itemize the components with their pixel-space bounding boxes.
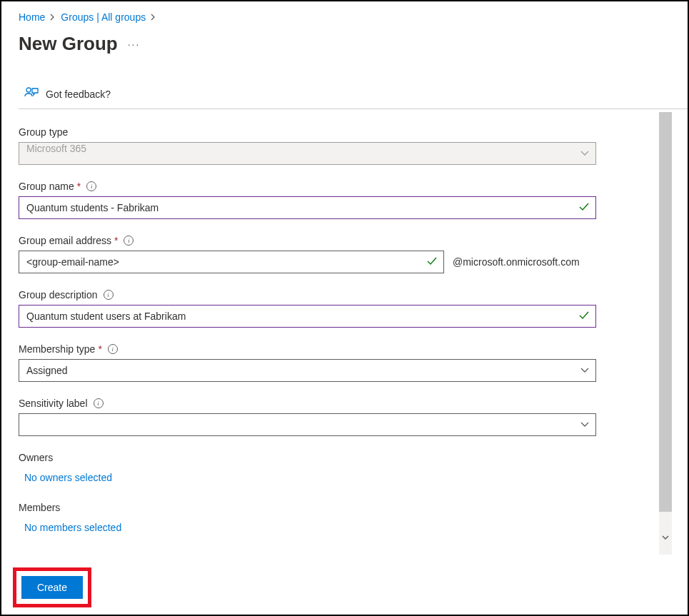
info-icon[interactable]: i xyxy=(104,290,114,300)
info-icon[interactable]: i xyxy=(86,181,96,191)
group-email-input[interactable] xyxy=(19,251,444,273)
breadcrumb-home[interactable]: Home xyxy=(19,11,45,23)
members-label: Members xyxy=(19,502,596,513)
group-name-label: Group name xyxy=(19,181,74,192)
svg-point-0 xyxy=(26,88,31,92)
members-link[interactable]: No members selected xyxy=(19,522,596,533)
group-type-select[interactable]: Microsoft 365 xyxy=(19,142,596,165)
breadcrumb-groups[interactable]: Groups | All groups xyxy=(61,11,146,23)
group-type-label: Group type xyxy=(19,126,68,138)
email-domain-text: @microsoft.onmicrosoft.com xyxy=(453,256,580,268)
scroll-down-arrow-icon[interactable] xyxy=(662,534,669,542)
page-title: New Group xyxy=(19,33,118,55)
chevron-right-icon xyxy=(151,12,156,23)
info-icon[interactable]: i xyxy=(108,344,118,354)
owners-link[interactable]: No owners selected xyxy=(19,472,596,483)
feedback-link[interactable]: Got feedback? xyxy=(19,81,670,108)
membership-type-select[interactable]: Assigned xyxy=(19,359,596,382)
info-icon[interactable]: i xyxy=(124,236,134,246)
feedback-text: Got feedback? xyxy=(46,89,111,100)
chevron-right-icon xyxy=(50,12,56,23)
create-button[interactable]: Create xyxy=(21,576,83,599)
more-options-button[interactable]: ··· xyxy=(128,39,141,50)
required-indicator: * xyxy=(114,235,118,246)
group-name-input[interactable] xyxy=(19,196,596,219)
scrollbar-thumb[interactable] xyxy=(659,112,672,512)
group-description-label: Group description xyxy=(19,289,98,301)
info-icon[interactable]: i xyxy=(94,398,104,408)
sensitivity-label-select[interactable] xyxy=(19,413,596,436)
group-description-input[interactable] xyxy=(19,305,596,328)
membership-type-label: Membership type xyxy=(19,343,95,355)
sensitivity-label-label: Sensitivity label xyxy=(19,398,88,409)
create-highlight-box: Create xyxy=(13,567,91,607)
feedback-icon xyxy=(24,86,39,101)
breadcrumb: Home Groups | All groups xyxy=(19,11,670,23)
owners-label: Owners xyxy=(19,452,596,463)
group-email-label: Group email address xyxy=(19,235,111,246)
required-indicator: * xyxy=(77,181,81,192)
required-indicator: * xyxy=(98,343,101,355)
